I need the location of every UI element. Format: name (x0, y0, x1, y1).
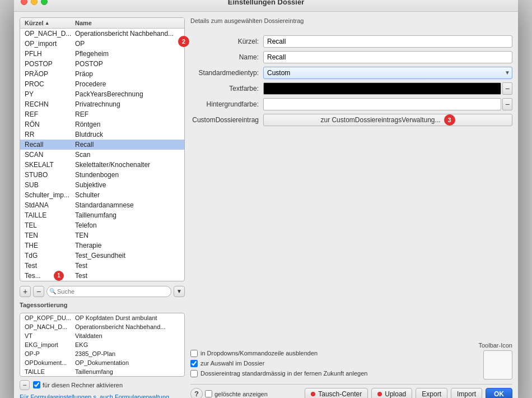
help-button[interactable]: ? (190, 388, 203, 399)
tausch-center-button[interactable]: Tausch-Center (305, 388, 368, 399)
minimize-button[interactable] (31, 0, 38, 5)
window-title: Einstellungen Dossier (228, 0, 305, 6)
import-button[interactable]: Import (451, 388, 482, 399)
ok-button[interactable]: OK (486, 388, 512, 399)
details-header: Details zum ausgewählten Dossiereintrag (190, 17, 512, 24)
dropdown-cb-row: in Dropdowns/Kommandozeile ausblenden (190, 350, 367, 357)
upload-button[interactable]: Upload (371, 388, 412, 399)
titlebar: Einstellungen Dossier (14, 0, 518, 12)
list-item[interactable]: StdANAStandardanamnese (20, 200, 184, 210)
list-item[interactable]: OP_NACH_D...Operationsbericht Nachbehand… (20, 29, 184, 39)
bottom-row: ? gelöschte anzeigen Tausch-Center Uploa… (190, 384, 512, 399)
close-button[interactable] (21, 0, 27, 5)
export-button[interactable]: Export (416, 388, 447, 399)
spacer (190, 138, 512, 337)
tages-list-item[interactable]: OPDokument...OP_Dokumentation (20, 358, 184, 367)
list-item[interactable]: TELTelefon (20, 220, 184, 230)
rechner-checkbox[interactable] (33, 381, 40, 388)
add-button[interactable]: + (20, 286, 31, 297)
auswahl-checkbox[interactable] (190, 360, 198, 367)
tages-remove-button[interactable]: − (20, 380, 30, 390)
list-item[interactable]: SCANScan (20, 150, 184, 160)
standardmedientyp-select[interactable]: Custom Standard (263, 67, 512, 79)
kuerzel-row: Kürzel: 2 (190, 35, 512, 48)
tages-list-item[interactable]: TAILLETaillenumfang (20, 367, 184, 376)
tages-list-item[interactable]: OP_KOPF_DU...OP Kopfdaten Durst ambulant (20, 313, 184, 322)
search-wrapper: 🔍 (46, 286, 171, 297)
custom-badge: 3 (444, 114, 455, 126)
tausch-center-icon (311, 392, 315, 396)
list-item[interactable]: TestTest (20, 261, 184, 271)
list-item[interactable]: STUBOStundenbogen (20, 170, 184, 180)
bottom-right-area: in Dropdowns/Kommandozeile ausblenden zu… (190, 342, 512, 380)
list-item[interactable]: RÖNRöntgen (20, 119, 184, 129)
right-panel: Details zum ausgewählten Dossiereintrag … (190, 17, 512, 399)
list-item[interactable]: POSTOPPOSTOP (20, 59, 184, 69)
traffic-lights (21, 0, 48, 5)
list-item[interactable]: REFREF (20, 109, 184, 119)
tages-list-item[interactable]: VTVitaldaten (20, 331, 184, 340)
textfarbe-label: Textfarbe: (190, 85, 263, 92)
col-name-header: Name (75, 20, 180, 26)
tages-list-item[interactable]: OP_NACH_D...Operationsbericht Nachbehand… (20, 322, 184, 331)
gelöschte-row: ? gelöschte anzeigen (190, 388, 268, 399)
list-item[interactable]: RECHNPrivatrechnung (20, 99, 184, 109)
kuerzel-input[interactable] (263, 35, 512, 48)
standardmedientyp-row: Standardmedientyp: Custom Standard ▼ (190, 67, 512, 79)
list-item[interactable]: PFLHPflegeheim (20, 49, 184, 59)
rechner-checkbox-label[interactable]: für diesen Rechner aktivieren (33, 381, 123, 388)
textfarbe-row: Textfarbe: − (190, 82, 512, 95)
list-item[interactable]: TENTEN (20, 230, 184, 240)
textfarbe-color-box[interactable] (263, 82, 501, 95)
upload-icon (377, 392, 382, 396)
custom-dossiereintrag-row: CustomDossiereintrag zur CustomDossierei… (190, 114, 512, 126)
textfarbe-minus-btn[interactable]: − (502, 82, 512, 95)
list-item[interactable]: SKELALTSkelettalter/Knochenalter (20, 160, 184, 170)
main-window: Einstellungen Dossier Kürzel ▲ Name OP_N… (14, 0, 518, 398)
toolbar-icon-box[interactable] (483, 350, 512, 380)
list-toolbar: + − 🔍 ▼ (20, 285, 185, 298)
hintergrundfarbe-row: Hintergrundfarbe: − (190, 98, 512, 110)
main-list-container: Kürzel ▲ Name OP_NACH_D...Operationsberi… (20, 17, 185, 281)
list-item[interactable]: Schulter_imp...Schulter (20, 190, 184, 200)
list-body[interactable]: OP_NACH_D...Operationsbericht Nachbehand… (20, 29, 184, 281)
search-input[interactable] (46, 286, 171, 297)
list-item[interactable]: SUBSubjektive (20, 180, 184, 190)
list-item[interactable]: TdGTest_Gesundheit (20, 251, 184, 261)
hintergrundfarbe-label: Hintergrundfarbe: (190, 100, 263, 108)
tages-list-item[interactable]: OP-P2385_OP-Plan (20, 349, 184, 358)
list-item[interactable]: RRBlutdruck (20, 129, 184, 140)
badge-1: 1 (54, 271, 64, 281)
checkboxes-area: in Dropdowns/Kommandozeile ausblenden zu… (190, 348, 367, 380)
list-item[interactable]: OP_importOP (20, 39, 184, 49)
list-item[interactable]: TAILLETaillenumfang (20, 210, 184, 220)
auswahl-cb-row: zur Auswahl im Dossier (190, 360, 367, 367)
list-item[interactable]: THETherapie (20, 240, 184, 251)
badge-2: 2 (178, 36, 189, 47)
col-kuerzel-header: Kürzel ▲ (25, 20, 75, 26)
tages-list-item[interactable]: EKG_importEKG (20, 340, 184, 349)
custom-dossiereintrag-label: CustomDossiereintrag (190, 116, 263, 124)
left-panel: Kürzel ▲ Name OP_NACH_D...Operationsberi… (20, 17, 185, 399)
remove-button[interactable]: − (33, 286, 44, 297)
hintergrundfarbe-minus-btn[interactable]: − (502, 98, 512, 110)
list-item[interactable]: RecallRecall (20, 140, 184, 150)
list-item[interactable]: PYPackYearsBerechnung (20, 89, 184, 99)
filter-button[interactable]: ▼ (174, 286, 185, 297)
list-item[interactable]: PRÄOPPräop (20, 69, 184, 79)
hintergrundfarbe-color-box[interactable] (263, 98, 501, 110)
list-item[interactable]: Tes...Test1 (20, 271, 184, 281)
name-input[interactable] (263, 51, 512, 63)
gelöschte-checkbox[interactable] (205, 390, 212, 397)
formularverwaltung-link[interactable]: Für Formulareinstellungen s. auch Formul… (20, 394, 185, 399)
name-label: Name: (190, 53, 263, 61)
zukunft-cb-row: Dossiereintrag standardmässig in der fer… (190, 370, 367, 377)
toolbar-icon-label: Toolbar-Icon (478, 342, 512, 349)
zukunft-checkbox[interactable] (190, 370, 198, 377)
maximize-button[interactable] (41, 0, 48, 5)
dropdown-checkbox[interactable] (190, 350, 198, 357)
toolbar-icon-area: Toolbar-Icon (478, 342, 512, 380)
gelöschte-checkbox-label[interactable]: gelöschte anzeigen (205, 390, 268, 397)
custom-dossiereintrag-button[interactable]: zur CustomDossiereintragsVerwaltung... 3 (263, 114, 512, 126)
list-item[interactable]: PROCProcedere (20, 79, 184, 89)
